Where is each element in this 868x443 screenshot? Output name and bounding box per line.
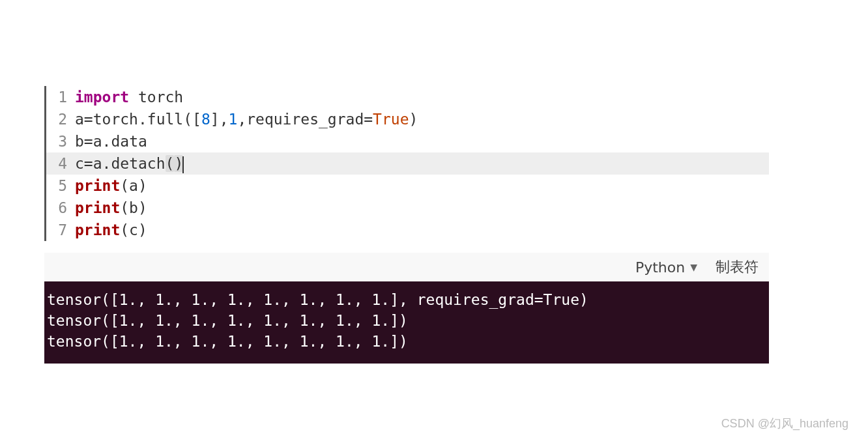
text-cursor [182, 156, 184, 173]
code-line[interactable]: 5print(a) [46, 175, 769, 197]
line-number: 2 [46, 108, 75, 130]
code-content[interactable]: import torch [75, 86, 183, 108]
line-number: 7 [46, 219, 75, 241]
line-number: 6 [46, 197, 75, 219]
code-line[interactable]: 2a=torch.full([8],1,requires_grad=True) [46, 108, 769, 130]
code-content[interactable]: print(a) [75, 175, 147, 197]
code-line[interactable]: 3b=a.data [46, 130, 769, 152]
code-content[interactable]: a=torch.full([8],1,requires_grad=True) [75, 108, 418, 130]
code-editor[interactable]: 1import torch2a=torch.full([8],1,require… [44, 86, 769, 241]
terminal-line: tensor([1., 1., 1., 1., 1., 1., 1., 1.]) [47, 310, 766, 331]
line-number: 5 [46, 175, 75, 197]
code-content[interactable]: print(b) [75, 197, 147, 219]
terminal-line: tensor([1., 1., 1., 1., 1., 1., 1., 1.]) [47, 331, 766, 352]
line-number: 1 [46, 86, 75, 108]
watermark: CSDN @幻风_huanfeng [721, 416, 848, 431]
line-number: 4 [46, 152, 75, 175]
line-number: 3 [46, 130, 75, 152]
terminal-output[interactable]: tensor([1., 1., 1., 1., 1., 1., 1., 1.],… [44, 281, 769, 364]
code-line[interactable]: 4c=a.detach() [46, 152, 769, 175]
terminal-line: tensor([1., 1., 1., 1., 1., 1., 1., 1.],… [47, 289, 766, 310]
language-label: Python [635, 259, 685, 276]
code-line[interactable]: 1import torch [46, 86, 769, 108]
code-content[interactable]: c=a.detach() [75, 152, 184, 175]
tab-mode-label[interactable]: 制表符 [716, 257, 759, 277]
code-line[interactable]: 6print(b) [46, 197, 769, 219]
status-bar: Python ▼ 制表符 [44, 253, 769, 281]
code-line[interactable]: 7print(c) [46, 219, 769, 241]
chevron-down-icon: ▼ [690, 262, 697, 272]
language-selector[interactable]: Python ▼ [635, 259, 697, 276]
code-content[interactable]: print(c) [75, 219, 147, 241]
code-content[interactable]: b=a.data [75, 130, 147, 152]
